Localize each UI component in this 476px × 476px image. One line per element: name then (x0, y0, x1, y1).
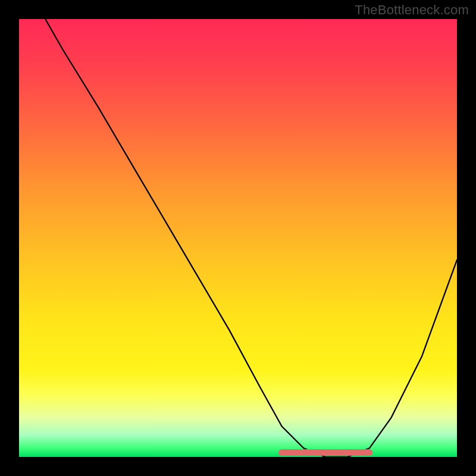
plot-area (19, 19, 457, 457)
chart-svg (19, 19, 457, 457)
watermark-text: TheBottleneck.com (355, 2, 469, 18)
bottleneck-curve (45, 19, 457, 457)
chart-frame: TheBottleneck.com (0, 0, 476, 476)
